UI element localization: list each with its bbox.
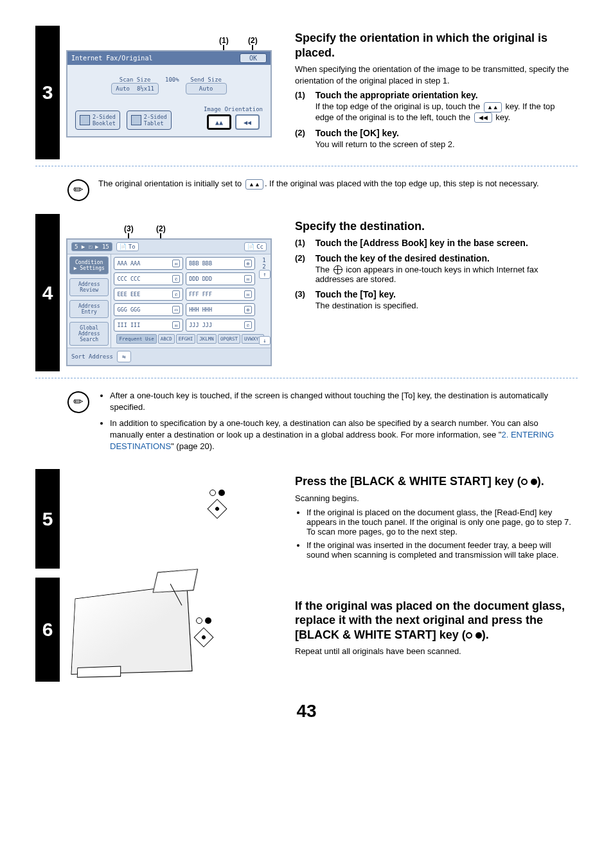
- step4-sub2-heading: Touch the key of the desired destination…: [315, 253, 490, 263]
- phone-icon: ✆: [172, 290, 180, 298]
- dashed-separator: [35, 166, 578, 166]
- tab-abcd[interactable]: ABCD: [158, 334, 175, 344]
- onetouch-key[interactable]: EEE EEE✆: [114, 288, 183, 301]
- phone-icon: ✆: [244, 321, 252, 329]
- panel-title: Internet Fax/Original: [71, 55, 152, 62]
- callout-2: (2): [248, 36, 258, 45]
- step5-bullet-1: If the original is placed on the documen…: [306, 508, 574, 536]
- cc-button[interactable]: 📄 Cc: [244, 242, 267, 251]
- onetouch-key[interactable]: CCC CCC✆: [114, 272, 183, 285]
- condition-settings-button[interactable]: Condition▶ Settings: [69, 256, 109, 274]
- scan-size-value[interactable]: Auto 8½x11: [111, 83, 159, 94]
- mfp-device-icon: [71, 585, 192, 675]
- globe-icon: ⊕: [244, 260, 252, 267]
- step4-sub3-body: The destination is specified.: [315, 301, 574, 310]
- start-key-icon: [207, 499, 227, 519]
- counter-indicator: 5 ▶ ⏍ ▶ 15: [71, 242, 112, 251]
- callout-3-s4: (3): [124, 224, 134, 233]
- step4-illustration: (3) (2) 5 ▶ ⏍ ▶ 15 📄 To 📄 Cc Condition▶ …: [66, 219, 285, 366]
- send-size-label: Send Size: [186, 76, 227, 83]
- globe-icon: ⊕: [244, 306, 252, 314]
- folder-icon: ▭: [172, 306, 180, 314]
- tab-frequent[interactable]: Frequent Use: [116, 334, 156, 344]
- onetouch-key[interactable]: FFF FFF✉: [186, 288, 255, 301]
- step3-sub1-heading: Touch the appropriate orientation key.: [315, 90, 478, 100]
- page-number: 43: [35, 701, 578, 722]
- step4-title: Specify the destination.: [295, 219, 574, 234]
- two-sided-tablet-button[interactable]: 2-Sided Tablet: [127, 111, 172, 130]
- tablet-icon: [131, 115, 141, 125]
- step3-intro: When specifying the orientation of the i…: [295, 64, 574, 86]
- mail-icon: ✉: [244, 275, 252, 283]
- orientation-top-icon: ▲▲: [484, 102, 502, 112]
- step-number-3: 3: [35, 26, 60, 159]
- to-button[interactable]: 📄 To: [116, 242, 139, 251]
- sub-num-3-s4: (3): [295, 289, 313, 299]
- address-grid: AAA AAA✉ BBB BBB⊕ CCC CCC✆ DDD DDD✉ EEE …: [111, 254, 258, 348]
- sub-num-1-s4: (1): [295, 238, 313, 247]
- scroll-up-button[interactable]: ↑: [259, 270, 271, 279]
- step5-bullet-2: If the original was inserted in the docu…: [306, 540, 574, 560]
- tab-efghi[interactable]: EFGHI: [176, 334, 196, 344]
- step3-illustration: (1) (2) Internet Fax/Original OK Scan Si…: [66, 31, 285, 154]
- note-icon: ✎: [66, 390, 91, 415]
- step5-p1: Scanning begins.: [295, 493, 574, 504]
- internet-fax-icon: [333, 265, 342, 274]
- step4-sub2-body: The icon appears in one-touch keys in wh…: [315, 265, 574, 285]
- orientation-portrait-button[interactable]: ▲▲: [207, 114, 231, 130]
- onetouch-key[interactable]: HHH HHH⊕: [186, 303, 255, 316]
- orientation-top-icon: ▲▲: [245, 179, 263, 190]
- orientation-landscape-button[interactable]: ◀◀: [235, 114, 260, 130]
- start-key-icon: [193, 627, 213, 647]
- step3-note: The original orientation is initially se…: [98, 178, 571, 201]
- step4-note-bullet-1: After a one-touch key is touched, if the…: [110, 390, 571, 413]
- scroll-down-button[interactable]: ↓: [259, 336, 271, 345]
- page-top-indicator: 1: [259, 257, 269, 263]
- mail-icon: ✉: [172, 260, 180, 267]
- global-address-search-button[interactable]: GlobalAddress Search: [69, 322, 109, 346]
- onetouch-key[interactable]: DDD DDD✉: [186, 272, 255, 285]
- step-number-5: 5: [35, 469, 60, 569]
- tab-jklmn[interactable]: JKLMN: [197, 334, 217, 344]
- step4-note-bullet-2: In addition to specification by a one-to…: [110, 418, 571, 453]
- tab-opqrst[interactable]: OPQRST: [218, 334, 240, 344]
- two-sided-booklet-button[interactable]: 2-Sided Booklet: [75, 111, 120, 130]
- mail-icon: ✉: [172, 321, 180, 329]
- onetouch-key[interactable]: AAA AAA✉: [114, 257, 183, 270]
- step4-sub1-heading: Touch the [Address Book] key in the base…: [315, 238, 528, 248]
- step6-title: If the original was placed on the docume…: [295, 599, 574, 642]
- orientation-label: Image Orientation: [204, 106, 263, 112]
- step3-sub2-body: You will return to the screen of step 2.: [315, 139, 574, 149]
- step3-sub2-heading: Touch the [OK] key.: [315, 128, 399, 138]
- panel-ok-button[interactable]: OK: [240, 53, 267, 63]
- address-entry-button[interactable]: Address Entry: [69, 300, 109, 318]
- scan-size-label: Scan Size: [111, 76, 159, 83]
- step5-illustration: [66, 474, 285, 563]
- step6-illustration: [66, 587, 285, 673]
- sort-address-label: Sort Address: [71, 353, 113, 360]
- step5-title: Press the [BLACK & WHITE START] key ( ).: [295, 474, 574, 489]
- step6-p1: Repeat until all originals have been sca…: [295, 646, 574, 657]
- onetouch-key[interactable]: III III✉: [114, 319, 183, 332]
- sub-num-2: (2): [295, 128, 313, 137]
- onetouch-key[interactable]: GGG GGG▭: [114, 303, 183, 316]
- sort-toggle-button[interactable]: ⇆: [117, 351, 131, 362]
- step-number-4: 4: [35, 214, 60, 371]
- sub-num-1: (1): [295, 90, 313, 100]
- send-size-value[interactable]: Auto: [186, 83, 227, 94]
- callout-1: (1): [219, 36, 229, 45]
- dashed-separator: [35, 378, 578, 378]
- phone-icon: ✆: [172, 275, 180, 283]
- booklet-icon: [80, 115, 90, 125]
- step4-sub3-heading: Touch the [To] key.: [315, 289, 396, 299]
- mail-icon: ✉: [244, 290, 252, 298]
- onetouch-key[interactable]: BBB BBB⊕: [186, 257, 255, 270]
- onetouch-key[interactable]: JJJ JJJ✆: [186, 319, 255, 332]
- address-review-button[interactable]: Address Review: [69, 278, 109, 296]
- note-icon: ✎: [66, 178, 91, 203]
- orientation-left-icon: ◀◀: [474, 112, 492, 123]
- callout-2-s4: (2): [156, 224, 166, 233]
- page-bot-indicator: 2: [259, 263, 269, 270]
- step3-sub1-body: If the top edge of the original is up, t…: [315, 102, 574, 123]
- sub-num-2-s4: (2): [295, 253, 313, 263]
